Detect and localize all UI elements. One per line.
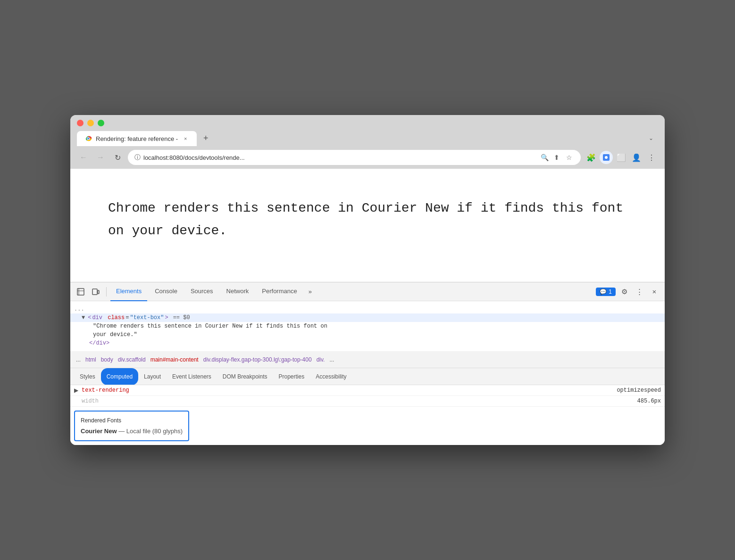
dom-ellipsis-text: ... <box>74 306 84 313</box>
share-icon[interactable]: ⬆ <box>551 152 562 163</box>
breadcrumb-main[interactable]: main#main-content <box>149 355 200 364</box>
devtools-toolbar: Elements Console Sources Network Perform… <box>70 282 665 301</box>
maximize-traffic-light[interactable] <box>98 120 104 126</box>
device-toolbar-icon <box>92 288 100 296</box>
computed-tab-event-listeners[interactable]: Event Listeners <box>167 368 217 385</box>
tab-title: Rendering: feature reference - <box>96 135 178 142</box>
dom-triangle: ▼ <box>82 314 85 321</box>
computed-tab-properties[interactable]: Properties <box>273 368 310 385</box>
profile-icon[interactable]: 👤 <box>630 151 643 164</box>
computed-tab-dom-breakpoints-label: DOM Breakpoints <box>223 373 267 380</box>
forward-button[interactable]: → <box>94 151 107 164</box>
tab-network[interactable]: Network <box>221 282 255 301</box>
computed-tab-accessibility-label: Accessibility <box>316 373 346 380</box>
prop-row-text-rendering[interactable]: ▶ text-rendering optimizespeed <box>70 385 665 396</box>
dom-selected-row[interactable]: ▼ < div class = "text-box" > == $0 <box>70 313 665 322</box>
svg-rect-8 <box>92 289 97 295</box>
tab-network-label: Network <box>226 288 249 295</box>
tab-console[interactable]: Console <box>149 282 183 301</box>
dom-closing-row[interactable]: </div> <box>70 339 665 347</box>
extension-active-icon[interactable] <box>600 151 613 164</box>
toolbar-separator <box>106 287 107 296</box>
extensions-icon[interactable]: 🧩 <box>585 151 598 164</box>
minimize-traffic-light[interactable] <box>87 120 94 126</box>
toolbar-icons: 🧩 ⬜ 👤 ⋮ <box>585 151 658 164</box>
devtools-settings-button[interactable]: ⚙ <box>618 285 631 298</box>
prop-value-text-rendering: optimizespeed <box>617 387 661 394</box>
tab-performance[interactable]: Performance <box>256 282 302 301</box>
computed-tab-computed[interactable]: Computed <box>101 368 138 385</box>
prop-row-width[interactable]: width 485.6px <box>70 396 665 407</box>
address-input-inner: ⓘ localhost:8080/docs/devtools/rende... <box>134 153 536 162</box>
tab-elements-label: Elements <box>116 288 142 295</box>
svg-point-4 <box>605 156 608 159</box>
svg-point-2 <box>87 138 89 140</box>
devtools-menu-button[interactable]: ⋮ <box>633 285 646 298</box>
element-picker-icon <box>77 288 84 296</box>
new-tab-button[interactable]: + <box>199 131 213 145</box>
page-text: Chrome renders this sentence in Courier … <box>108 197 627 242</box>
font-name: Courier New <box>81 428 117 435</box>
breadcrumb-div-dot[interactable]: div. <box>315 355 327 364</box>
address-icons: 🔍 ⬆ ☆ <box>539 152 574 163</box>
breadcrumb-div-scaffold[interactable]: div.scaffold <box>116 355 148 364</box>
prop-name-width: width <box>82 398 637 404</box>
settings-icon: ⚙ <box>621 288 627 296</box>
title-bar: Rendering: feature reference - × + ⌄ <box>70 115 665 146</box>
dom-close-bracket: > <box>165 314 168 321</box>
device-toolbar-button[interactable] <box>89 285 102 298</box>
traffic-lights <box>77 120 658 126</box>
breadcrumb-body[interactable]: body <box>99 355 115 364</box>
breadcrumb-html[interactable]: html <box>84 355 98 364</box>
computed-tab-styles[interactable]: Styles <box>74 368 101 385</box>
tab-dropdown-button[interactable]: ⌄ <box>644 131 658 145</box>
computed-tab-accessibility[interactable]: Accessibility <box>310 368 352 385</box>
dom-ellipsis-top[interactable]: ... <box>70 305 665 313</box>
reload-button[interactable]: ↻ <box>111 151 124 164</box>
breadcrumb-ellipsis-end[interactable]: ... <box>327 355 336 364</box>
info-icon: ⓘ <box>134 153 141 162</box>
dom-text-row[interactable]: "Chrome renders this sentence in Courier… <box>70 322 665 330</box>
notifications-badge[interactable]: 💬 1 <box>596 288 616 296</box>
font-entry: Courier New — Local file (80 glyphs) <box>81 428 183 435</box>
rendered-fonts-title: Rendered Fonts <box>81 417 183 424</box>
computed-properties: ▶ text-rendering optimizespeed width 485… <box>70 385 665 407</box>
back-button[interactable]: ← <box>77 151 90 164</box>
tab-elements[interactable]: Elements <box>110 282 147 301</box>
chrome-icon <box>84 135 92 142</box>
devtools-panel: Elements Console Sources Network Perform… <box>70 282 665 445</box>
zoom-icon[interactable]: 🔍 <box>539 152 550 163</box>
notification-icon: 💬 <box>600 288 607 295</box>
computed-tab-layout[interactable]: Layout <box>138 368 167 385</box>
bookmark-icon[interactable]: ☆ <box>564 152 574 163</box>
dom-text-content-2: your device." <box>93 331 137 338</box>
computed-tab-event-listeners-label: Event Listeners <box>172 373 211 380</box>
menu-icon[interactable]: ⋮ <box>645 151 658 164</box>
rendered-fonts-box: Rendered Fonts Courier New — Local file … <box>74 411 189 441</box>
tab-sources-label: Sources <box>191 288 213 295</box>
close-traffic-light[interactable] <box>77 120 84 126</box>
tab-console-label: Console <box>155 288 177 295</box>
browser-tab[interactable]: Rendering: feature reference - × <box>77 131 197 146</box>
dom-attr-value: "text-box" <box>130 314 164 321</box>
breadcrumb-ellipsis[interactable]: ... <box>74 355 83 364</box>
element-picker-button[interactable] <box>74 285 87 298</box>
computed-tab-layout-label: Layout <box>144 373 161 380</box>
more-tabs-button[interactable]: » <box>305 282 316 301</box>
browser-window: Rendering: feature reference - × + ⌄ ← →… <box>70 115 665 445</box>
tab-close-button[interactable]: × <box>182 135 189 142</box>
breadcrumb-div-flex[interactable]: div.display-flex.gap-top-300.lg\:gap-top… <box>201 355 314 364</box>
devtools-close-button[interactable]: × <box>648 285 661 298</box>
dom-tag-name: div <box>92 314 102 321</box>
computed-tab-computed-label: Computed <box>107 373 133 380</box>
split-screen-icon[interactable]: ⬜ <box>615 151 628 164</box>
address-bar: ← → ↻ ⓘ localhost:8080/docs/devtools/ren… <box>70 146 665 169</box>
dom-viewer: ... ▼ < div class = "text-box" > == $0 "… <box>70 301 665 351</box>
prop-expand-text-rendering[interactable]: ▶ <box>74 387 82 394</box>
tab-sources[interactable]: Sources <box>185 282 219 301</box>
computed-tab-styles-label: Styles <box>80 373 95 380</box>
computed-tab-dom-breakpoints[interactable]: DOM Breakpoints <box>217 368 273 385</box>
dom-text-row-2[interactable]: your device." <box>70 330 665 339</box>
address-input-container[interactable]: ⓘ localhost:8080/docs/devtools/rende... … <box>128 150 581 165</box>
page-text-content: Chrome renders this sentence in Courier … <box>108 201 623 238</box>
